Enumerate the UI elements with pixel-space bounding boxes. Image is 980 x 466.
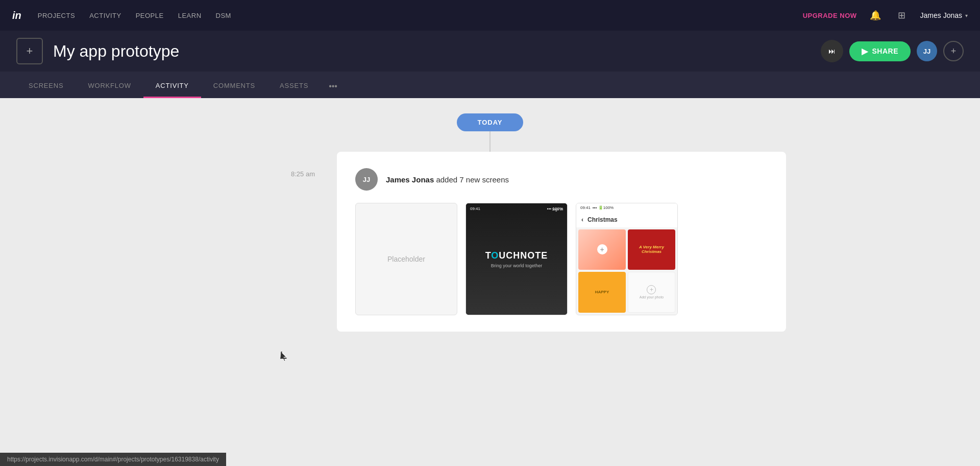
add-photo-container: + Add your photo xyxy=(640,277,664,308)
project-header: + My app prototype ⏭ ▶ SHARE JJ + xyxy=(0,31,980,72)
nav-activity[interactable]: ACTIVITY xyxy=(89,12,121,19)
notifications-icon[interactable]: 🔔 xyxy=(867,7,884,24)
happy-text: HAPPY xyxy=(595,290,609,294)
activity-card: 8:25 am JJ James Jonas added 7 new scree… xyxy=(337,152,786,332)
main-content: TODAY 8:25 am JJ James Jonas added 7 new… xyxy=(0,98,980,466)
touchnote-mock: 09:41 ▪▪▪ 100% TOUCHNOTE Bring your worl… xyxy=(466,203,567,315)
touchnote-content: TOUCHNOTE Bring your world together xyxy=(485,250,548,268)
activity-description: James Jonas added 7 new screens xyxy=(386,175,509,184)
christmas-photo-1: + xyxy=(578,229,626,270)
christmas-status-bar: 09:41 ▪▪▪ 🔋100% xyxy=(576,203,677,212)
user-chevron-icon: ▾ xyxy=(965,13,968,18)
activity-timeline: TODAY 8:25 am JJ James Jonas added 7 new… xyxy=(0,98,980,332)
tab-navigation: SCREENS WORKFLOW ACTIVITY COMMENTS ASSET… xyxy=(0,72,980,98)
add-screen-button[interactable]: + xyxy=(16,38,43,64)
tab-more-button[interactable]: ••• xyxy=(321,75,346,98)
screen-thumb-touchnote[interactable]: 09:41 ▪▪▪ 100% TOUCHNOTE Bring your worl… xyxy=(465,203,568,315)
screen-thumb-christmas[interactable]: 09:41 ▪▪▪ 🔋100% ‹ Christmas + xyxy=(576,203,678,315)
touchnote-tagline: Bring your world together xyxy=(485,263,548,268)
tab-assets[interactable]: ASSETS xyxy=(267,75,321,98)
christmas-cell-2: A Very Merry Christmas xyxy=(628,229,675,270)
activity-header: JJ James Jonas added 7 new screens xyxy=(355,168,768,191)
timeline-line xyxy=(489,131,491,152)
christmas-greeting: A Very Merry Christmas xyxy=(631,245,672,254)
user-name: James Jonas xyxy=(920,11,962,19)
nav-learn[interactable]: LEARN xyxy=(178,12,202,19)
activity-action: added 7 new screens xyxy=(434,175,509,184)
user-menu[interactable]: James Jonas ▾ xyxy=(920,11,968,19)
tab-workflow[interactable]: WORKFLOW xyxy=(76,75,143,98)
tab-activity[interactable]: ACTIVITY xyxy=(143,75,201,98)
activity-user-name: James Jonas xyxy=(386,175,434,184)
christmas-cell-1: + xyxy=(578,229,626,270)
nav-dsm[interactable]: DSM xyxy=(216,12,231,19)
user-avatar[interactable]: JJ xyxy=(917,41,937,61)
christmas-signal: ▪▪▪ 🔋100% xyxy=(593,205,614,210)
preview-button[interactable]: ⏭ xyxy=(821,40,843,62)
touchnote-time: 09:41 xyxy=(470,206,480,211)
top-navigation: in PROJECTS ACTIVITY PEOPLE LEARN DSM UP… xyxy=(0,0,980,31)
touchnote-logo: TOUCHNOTE xyxy=(485,250,548,261)
status-bar: https://projects.invisionapp.com/d/main#… xyxy=(0,453,226,466)
christmas-title: Christmas xyxy=(587,216,618,223)
christmas-cell-3: HAPPY xyxy=(578,272,626,313)
christmas-card-text: A Very Merry Christmas xyxy=(628,229,675,270)
project-title: My app prototype xyxy=(53,42,179,61)
nav-right: UPGRADE NOW 🔔 ⊞ James Jonas ▾ xyxy=(803,7,968,24)
placeholder-label: Placeholder xyxy=(387,255,425,263)
mouse-cursor xyxy=(281,352,289,360)
touchnote-signin: Sign in xyxy=(552,207,563,211)
apps-icon[interactable]: ⊞ xyxy=(894,7,910,24)
share-button[interactable]: ▶ SHARE xyxy=(849,41,911,61)
christmas-add-photo: + Add your photo xyxy=(628,272,675,313)
project-header-right: ⏭ ▶ SHARE JJ + xyxy=(821,40,964,62)
christmas-photo-placeholder: HAPPY xyxy=(578,272,626,313)
add-collaborator-button[interactable]: + xyxy=(943,41,964,61)
screen-thumb-placeholder[interactable]: Placeholder xyxy=(355,203,457,315)
project-header-left: + My app prototype xyxy=(16,38,179,64)
nav-projects[interactable]: PROJECTS xyxy=(38,12,75,19)
share-icon: ▶ xyxy=(862,46,868,56)
upgrade-button[interactable]: UPGRADE NOW xyxy=(803,12,857,19)
activity-user-avatar: JJ xyxy=(355,168,378,191)
share-label: SHARE xyxy=(872,47,898,55)
christmas-header: ‹ Christmas xyxy=(576,212,677,227)
christmas-back-icon: ‹ xyxy=(581,216,583,223)
logo[interactable]: in xyxy=(12,10,21,21)
nav-links: PROJECTS ACTIVITY PEOPLE LEARN DSM xyxy=(38,12,803,19)
tab-screens[interactable]: SCREENS xyxy=(16,75,76,98)
nav-people[interactable]: PEOPLE xyxy=(136,12,164,19)
christmas-grid: + A Very Merry Christmas xyxy=(576,227,677,315)
status-url: https://projects.invisionapp.com/d/main#… xyxy=(7,456,219,463)
christmas-mock: 09:41 ▪▪▪ 🔋100% ‹ Christmas + xyxy=(576,203,677,315)
today-badge: TODAY xyxy=(457,113,523,131)
christmas-time: 09:41 xyxy=(580,205,591,210)
screen-thumbnails: Placeholder 09:41 ▪▪▪ 100% TOUCHNOTE xyxy=(355,203,768,315)
happy-label: HAPPY xyxy=(578,277,626,308)
activity-time: 8:25 am xyxy=(291,170,315,178)
add-photo-icon: + xyxy=(597,244,607,254)
tab-comments[interactable]: COMMENTS xyxy=(201,75,267,98)
add-photo-label: Add your photo xyxy=(640,295,664,299)
add-circle-icon: + xyxy=(647,285,656,294)
christmas-cell-4: + Add your photo xyxy=(628,272,675,313)
